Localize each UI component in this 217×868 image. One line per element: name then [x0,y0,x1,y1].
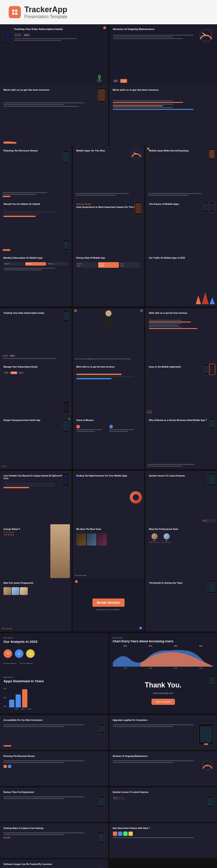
ty-url: www.trackerapp.com [153,692,173,694]
rdl1 [3,796,84,797]
m-icon [109,425,113,428]
line-3 [113,38,184,39]
slide-apps-download: Data Section Apps Download In Years 80% … [0,673,108,713]
acc-accent [3,745,11,746]
green-dot [68,418,70,420]
slide-traffic: Our Traffic On Mobile Apps In 2022 [145,253,217,307]
slide-joining: The Benefit of Joining Our Team [145,578,217,632]
ac-triangle: ▲ [26,649,35,658]
sl2 [147,466,183,467]
pr2-icon-1 [3,765,7,768]
cone-2 [202,292,209,304]
ad-y-80: 80% [3,688,7,690]
slide-native: Should You Go Native Or Hybrid [0,199,72,253]
slide-work-2: Work with us to get the best services. [109,85,217,146]
pts-2: ★★★★★ [161,542,172,543]
phone-right [97,87,106,103]
row3-grid: Planning The Revenue Stream Mobile Apps … [0,146,217,200]
hd-icons [113,832,214,836]
gauge-sm [130,148,142,162]
bs-2: +12% [120,79,127,83]
svg-rect-2 [12,13,14,15]
vslide-accessibility: Accessibility For Our Best Customers [0,715,108,750]
eu-s2: Monthly [147,412,152,414]
jr-photos [3,587,68,595]
slide-mobile-rise: Mobile Apps On The Rise [73,146,145,200]
btn-bar [3,142,16,144]
slide-vision: Vision & Mission [73,415,145,469]
ptm-2: Sara ★★★★★ [161,533,172,543]
upg-phone [198,723,214,745]
sub-card-platinum: Platinum [47,262,68,266]
break-dot-1 [75,580,78,583]
lv-form [3,483,68,489]
ac-circle: ◎ [15,649,23,658]
slide-manage: Manage Your Subscription Easily Netflix … [0,362,72,415]
phone-lv [62,473,70,487]
pr2-icons [3,765,105,768]
break-deco [75,627,142,629]
easy-lines [148,192,215,197]
jr-title: Meet Our Junior Programmer [3,582,68,584]
sl1 [147,464,194,465]
vslide-how-does: How Does Each Feature Add Value ? [109,823,217,858]
pt-circles: Alex ★★★★★ Sara ★★★★★ [149,533,214,543]
jrp-3 [20,587,28,595]
dot-accent [147,148,149,150]
bt-photo-1 [76,533,86,546]
slide-everything-easy: Mobile Apps Make Everything Easy [145,146,217,200]
tracking-stats: $1,246 Active [14,33,93,37]
ab2-content [113,760,214,783]
row4-grid: Should You Go Native Or Hybrid Feature S… [0,199,217,253]
pr2-content [3,760,105,768]
lv-title: Low Variable Cost Based On Usage Instead… [3,474,68,480]
hdi-4 [128,832,133,836]
row9-grid: Low Variable Cost Based On Usage Instead… [0,471,217,525]
ml1 [3,268,55,269]
native-title: Should You Go Native Or Hybrid [3,203,68,206]
acc-phone [99,723,105,734]
ty-button[interactable]: Get In Touch [151,699,175,705]
phone-join [207,580,215,594]
vision-col [76,425,108,433]
svg-point-10 [136,153,137,155]
phone-sm-1 [62,150,69,164]
work1-lines [3,102,105,108]
ab2l2 [113,762,174,763]
pr2l2 [3,762,64,763]
line-2 [113,36,174,37]
prog-3 [113,107,214,110]
manage-title: Manage Your Subscription Easily [3,365,68,368]
hd-title: How Does Each Feature Add Value ? [113,827,214,830]
t2l1 [2,358,56,359]
ad-y-40: 40% [3,706,7,707]
adxl-2021: 2021 [27,708,32,710]
pro-price: $36 [121,265,140,267]
wpb2 [149,325,178,326]
cy-sub: Data Section [113,637,214,639]
easy-title: Mobile Apps Make Everything Easy [149,149,214,152]
vslide-planning-2: Planning The Revenue Stream [0,751,108,786]
rd-phone [98,796,105,808]
monthly-lines [3,267,68,271]
svg-rect-3 [15,13,17,15]
rd-content [3,796,105,819]
slide-why-saas: Why Software as a Service Business Need … [145,415,217,469]
cy-title: Chart Every Years About Increasing Users [113,640,214,643]
phone-native [63,240,70,251]
cone-3 [210,297,215,304]
mission-col [109,425,141,433]
manage-tags: Netflix Spotify Adobe [3,372,68,374]
george-stars: ★★★★★ [3,533,68,536]
phone-mockup-left [3,28,12,45]
ql-card: $500 [113,796,125,800]
text-line-2 [14,40,61,41]
planning-title: Planning The Revenue Stream [3,149,68,152]
find-circle [130,491,142,503]
row10-grid: George Rafael T. CEO & Founder ★★★★★ We … [0,524,217,578]
analysis-title: Our Analysis In 2022 [3,640,105,644]
person-body [104,317,113,329]
price-private: Private $12 [76,262,97,268]
pl1 [113,100,174,101]
slide-george: George Rafael T. CEO & Founder ★★★★★ [0,524,72,578]
